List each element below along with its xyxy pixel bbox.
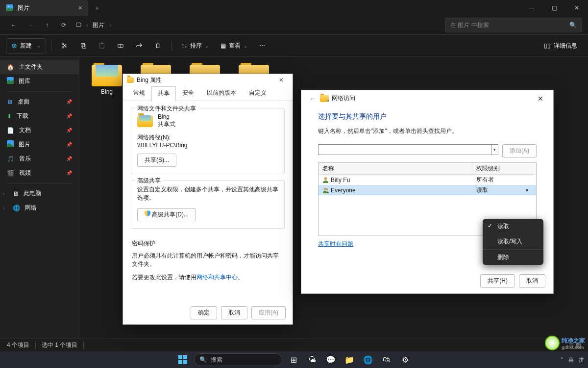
delete-button[interactable] xyxy=(149,39,166,52)
taskbar: 🔍 搜索 ⊞ 🌤 💬 📁 🌐 🛍 ⚙ ˄ 英 拼 xyxy=(0,351,588,368)
back-icon[interactable]: ← xyxy=(306,95,320,103)
pin-icon: 📌 xyxy=(66,99,72,105)
sidebar-item-thispc[interactable]: › 🖥 此电脑 xyxy=(0,186,79,201)
tray-chevron-icon[interactable]: ˄ xyxy=(561,357,564,363)
sort-button[interactable]: ↑↓ 排序 ⌄ xyxy=(176,39,214,53)
paste-button[interactable] xyxy=(94,39,110,52)
share-mode-label: 共享式 xyxy=(158,120,175,129)
refresh-button[interactable]: ⟳ xyxy=(56,17,72,33)
table-row[interactable]: Everyone 读取 ▼ xyxy=(318,185,536,195)
toolbar: ⊕ 新建 ⌄ ↑↓ 排序 ⌄ ▦ 查看 ⌄ ⋯ ▯▯ 详细信息 xyxy=(0,34,588,57)
taskbar-settings[interactable]: ⚙ xyxy=(398,352,413,367)
sidebar-item-music[interactable]: 🎵 音乐 📌 xyxy=(0,152,79,166)
share-button[interactable]: 共享(S)... xyxy=(137,154,176,167)
sidebar-item-home[interactable]: 🏠 主文件夹 xyxy=(0,60,79,74)
pwd-line2: 若要更改此设置，请使用网络和共享中心。 xyxy=(132,273,279,282)
sidebar-item-documents[interactable]: 📄 文档 📌 xyxy=(0,123,79,137)
sidebar-item-desktop[interactable]: 🖥 桌面 📌 xyxy=(0,95,79,109)
status-selected: 选中 1 个项目 xyxy=(42,341,77,349)
cut-button[interactable] xyxy=(56,39,73,52)
pin-icon: 📌 xyxy=(66,128,72,133)
back-button[interactable]: ← xyxy=(6,17,22,33)
group-network-sharing: 网络文件和文件夹共享 Bing 共享式 网络路径(N): \\BILLYFU-P… xyxy=(131,108,285,174)
permission-context-menu: 读取 读取/写入 删除 xyxy=(483,219,543,265)
col-name[interactable]: 名称 xyxy=(318,163,472,174)
view-button[interactable]: ▦ 查看 ⌄ xyxy=(216,39,252,53)
sidebar-item-network[interactable]: › 🌐 网络 xyxy=(0,201,79,215)
col-permission[interactable]: 权限级别 xyxy=(472,163,536,174)
ime-lang[interactable]: 英 xyxy=(568,356,574,364)
taskbar-edge[interactable]: 🌐 xyxy=(361,352,375,367)
copy-button[interactable] xyxy=(75,39,92,52)
folder-share-icon xyxy=(320,95,329,102)
folder-item[interactable]: Bing xyxy=(87,62,126,95)
window-tab[interactable]: 图片 ✕ xyxy=(0,0,88,16)
status-bar: 4 个项目 选中 1 个项目 ☰ ▦ xyxy=(0,339,588,351)
tab-customize[interactable]: 自定义 xyxy=(243,86,273,101)
cancel-button[interactable]: 取消 xyxy=(221,306,247,319)
user-icon xyxy=(322,177,329,183)
folder-name-label: Bing xyxy=(158,113,175,120)
downloads-icon: ⬇ xyxy=(7,113,12,120)
sidebar-item-gallery[interactable]: 图库 xyxy=(0,74,79,88)
rename-button[interactable] xyxy=(112,39,129,52)
tab-previous-versions[interactable]: 以前的版本 xyxy=(200,86,243,101)
dialog-titlebar[interactable]: Bing 属性 ✕ xyxy=(123,74,293,86)
new-button[interactable]: ⊕ 新建 ⌄ xyxy=(6,38,46,53)
add-button[interactable]: 添加(A) xyxy=(502,144,537,158)
apply-button[interactable]: 应用(A) xyxy=(251,306,286,319)
close-button[interactable]: ✕ xyxy=(565,0,588,16)
tab-security[interactable]: 安全 xyxy=(176,86,200,101)
network-center-link[interactable]: 网络和共享中心 xyxy=(196,274,238,281)
new-tab-button[interactable]: ＋ xyxy=(88,4,106,12)
share-button[interactable] xyxy=(131,39,147,52)
user-name-input[interactable]: ▾ xyxy=(318,144,498,155)
more-button[interactable]: ⋯ xyxy=(254,39,270,52)
sidebar-item-videos[interactable]: 🎬 视频 📌 xyxy=(0,166,79,180)
sidebar-item-downloads[interactable]: ⬇ 下载 📌 xyxy=(0,109,79,123)
tab-general[interactable]: 常规 xyxy=(127,86,151,101)
advanced-sharing-button[interactable]: 高级共享(D)... xyxy=(137,208,196,221)
sidebar-item-pictures[interactable]: 图片 📌 xyxy=(0,137,79,152)
close-icon[interactable]: ✕ xyxy=(274,77,289,83)
taskbar-store[interactable]: 🛍 xyxy=(379,352,394,367)
breadcrumb-segment[interactable]: 图片 xyxy=(93,21,104,29)
taskbar-app[interactable]: 💬 xyxy=(323,352,338,367)
taskbar-search[interactable]: 🔍 搜索 xyxy=(194,353,282,366)
maximize-button[interactable]: ▢ xyxy=(543,0,565,16)
menu-item-read[interactable]: 读取 xyxy=(483,219,543,234)
search-input[interactable]: 在 图片 中搜索 🔍 xyxy=(445,18,582,32)
dropdown-arrow-icon[interactable]: ▾ xyxy=(491,145,498,155)
tab-title: 图片 xyxy=(18,4,29,12)
chevron-right-icon: › xyxy=(3,206,4,210)
up-button[interactable]: ↑ xyxy=(39,17,55,33)
chevron-right-icon: › xyxy=(109,23,111,28)
tab-sharing[interactable]: 共享 xyxy=(151,86,176,101)
tab-close-icon[interactable]: ✕ xyxy=(78,5,82,11)
cancel-button[interactable]: 取消 xyxy=(519,274,545,288)
menu-item-readwrite[interactable]: 读取/写入 xyxy=(483,234,543,249)
separator xyxy=(35,342,36,349)
table-row[interactable]: Billy Fu 所有者 xyxy=(318,175,536,185)
trouble-link[interactable]: 共享时有问题 xyxy=(318,240,353,247)
breadcrumb[interactable]: 🖵 › 图片 › xyxy=(73,21,444,29)
ime-mode[interactable]: 拼 xyxy=(579,356,584,364)
close-icon[interactable]: ✕ xyxy=(533,95,548,103)
taskbar-explorer[interactable]: 📁 xyxy=(342,352,357,367)
watermark-logo xyxy=(545,336,560,350)
taskbar-app[interactable]: 🌤 xyxy=(305,352,319,367)
chevron-down-icon[interactable]: ▼ xyxy=(525,188,532,193)
forward-button[interactable]: → xyxy=(23,17,38,33)
search-placeholder: 在 图片 中搜索 xyxy=(450,21,489,29)
taskview-button[interactable]: ⊞ xyxy=(286,352,301,367)
minimize-button[interactable]: — xyxy=(520,0,543,16)
ok-button[interactable]: 确定 xyxy=(191,306,217,319)
separator xyxy=(83,342,84,349)
search-icon: 🔍 xyxy=(569,22,577,28)
start-button[interactable] xyxy=(175,352,190,367)
details-pane-button[interactable]: ▯▯ 详细信息 xyxy=(539,39,582,53)
share-confirm-button[interactable]: 共享(H) xyxy=(480,274,515,288)
menu-item-remove[interactable]: 删除 xyxy=(483,249,543,265)
table-header: 名称 权限级别 xyxy=(318,163,536,175)
status-items: 4 个项目 xyxy=(7,341,29,349)
